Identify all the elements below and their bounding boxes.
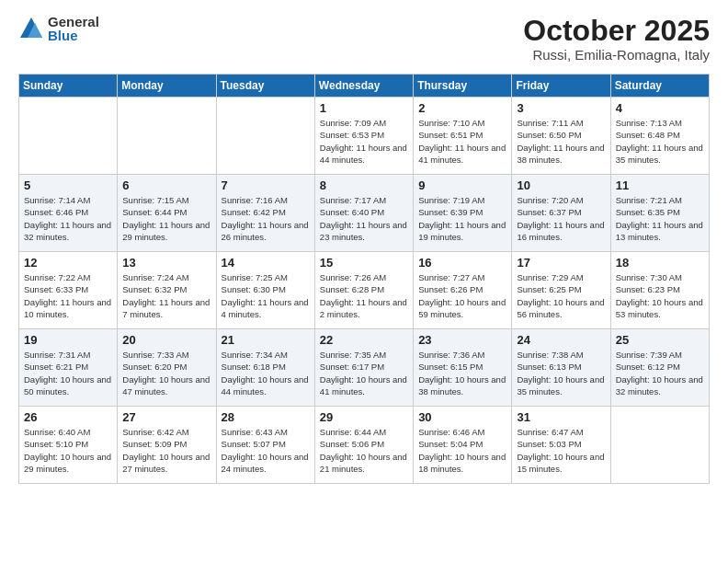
calendar-cell: 16Sunrise: 7:27 AM Sunset: 6:26 PM Dayli… [414, 252, 512, 329]
logo: General Blue [18, 15, 99, 42]
calendar-cell: 10Sunrise: 7:20 AM Sunset: 6:37 PM Dayli… [512, 175, 610, 252]
calendar-cell: 5Sunrise: 7:14 AM Sunset: 6:46 PM Daylig… [19, 175, 118, 252]
day-info: Sunrise: 7:19 AM Sunset: 6:39 PM Dayligh… [418, 194, 506, 243]
day-info: Sunrise: 6:43 AM Sunset: 5:07 PM Dayligh… [222, 426, 310, 475]
day-info: Sunrise: 7:09 AM Sunset: 6:53 PM Dayligh… [320, 117, 408, 166]
day-info: Sunrise: 7:34 AM Sunset: 6:18 PM Dayligh… [222, 349, 310, 397]
calendar-table: SundayMondayTuesdayWednesdayThursdayFrid… [18, 74, 710, 484]
calendar-cell: 12Sunrise: 7:22 AM Sunset: 6:33 PM Dayli… [19, 252, 118, 329]
calendar-cell: 14Sunrise: 7:25 AM Sunset: 6:30 PM Dayli… [216, 252, 314, 329]
calendar-cell: 15Sunrise: 7:26 AM Sunset: 6:28 PM Dayli… [314, 252, 413, 329]
day-info: Sunrise: 7:17 AM Sunset: 6:40 PM Dayligh… [320, 194, 408, 243]
day-number: 4 [616, 101, 704, 115]
logo-general: General [48, 15, 99, 29]
day-info: Sunrise: 7:26 AM Sunset: 6:28 PM Dayligh… [320, 271, 408, 320]
day-info: Sunrise: 6:46 AM Sunset: 5:04 PM Dayligh… [418, 426, 506, 475]
day-info: Sunrise: 7:38 AM Sunset: 6:13 PM Dayligh… [517, 349, 605, 397]
day-info: Sunrise: 6:47 AM Sunset: 5:03 PM Dayligh… [517, 426, 605, 475]
calendar-week-5: 26Sunrise: 6:40 AM Sunset: 5:10 PM Dayli… [19, 407, 710, 484]
day-number: 13 [122, 256, 210, 270]
calendar-cell: 26Sunrise: 6:40 AM Sunset: 5:10 PM Dayli… [19, 407, 118, 484]
logo-text: General Blue [48, 15, 99, 42]
day-info: Sunrise: 7:35 AM Sunset: 6:17 PM Dayligh… [320, 349, 408, 397]
day-number: 22 [320, 333, 408, 347]
calendar-cell: 8Sunrise: 7:17 AM Sunset: 6:40 PM Daylig… [314, 175, 413, 252]
calendar-cell: 31Sunrise: 6:47 AM Sunset: 5:03 PM Dayli… [512, 407, 610, 484]
weekday-header-friday: Friday [512, 75, 610, 98]
location: Russi, Emilia-Romagna, Italy [523, 47, 710, 63]
weekday-header-wednesday: Wednesday [314, 75, 413, 98]
calendar-header: SundayMondayTuesdayWednesdayThursdayFrid… [19, 75, 710, 98]
calendar-cell [118, 98, 216, 175]
day-info: Sunrise: 7:39 AM Sunset: 6:12 PM Dayligh… [616, 349, 704, 397]
calendar-cell: 6Sunrise: 7:15 AM Sunset: 6:44 PM Daylig… [118, 175, 216, 252]
calendar-cell: 7Sunrise: 7:16 AM Sunset: 6:42 PM Daylig… [216, 175, 314, 252]
day-number: 2 [418, 101, 506, 115]
day-info: Sunrise: 7:30 AM Sunset: 6:23 PM Dayligh… [616, 271, 704, 320]
day-info: Sunrise: 7:24 AM Sunset: 6:32 PM Dayligh… [122, 271, 210, 320]
weekday-header-thursday: Thursday [414, 75, 512, 98]
day-number: 28 [222, 410, 310, 424]
day-number: 12 [24, 256, 112, 270]
day-number: 15 [320, 256, 408, 270]
day-info: Sunrise: 7:25 AM Sunset: 6:30 PM Dayligh… [222, 271, 310, 320]
day-number: 25 [616, 333, 704, 347]
weekday-header-tuesday: Tuesday [216, 75, 314, 98]
day-number: 24 [517, 333, 605, 347]
calendar-cell: 30Sunrise: 6:46 AM Sunset: 5:04 PM Dayli… [414, 407, 512, 484]
calendar-cell: 4Sunrise: 7:13 AM Sunset: 6:48 PM Daylig… [610, 98, 709, 175]
day-info: Sunrise: 7:15 AM Sunset: 6:44 PM Dayligh… [122, 194, 210, 243]
logo-blue: Blue [48, 29, 99, 42]
day-number: 8 [320, 178, 408, 192]
day-number: 20 [122, 333, 210, 347]
weekday-header-monday: Monday [118, 75, 216, 98]
title-section: October 2025 Russi, Emilia-Romagna, Ital… [523, 15, 710, 63]
day-number: 21 [222, 333, 310, 347]
day-number: 9 [418, 178, 506, 192]
day-info: Sunrise: 7:14 AM Sunset: 6:46 PM Dayligh… [24, 194, 112, 243]
day-info: Sunrise: 7:27 AM Sunset: 6:26 PM Dayligh… [418, 271, 506, 320]
calendar-cell: 25Sunrise: 7:39 AM Sunset: 6:12 PM Dayli… [610, 329, 709, 407]
day-number: 10 [517, 178, 605, 192]
day-info: Sunrise: 7:16 AM Sunset: 6:42 PM Dayligh… [222, 194, 310, 243]
logo-icon [18, 16, 44, 41]
day-number: 11 [616, 178, 704, 192]
day-number: 18 [616, 256, 704, 270]
day-number: 29 [320, 410, 408, 424]
day-info: Sunrise: 6:42 AM Sunset: 5:09 PM Dayligh… [122, 426, 210, 475]
day-info: Sunrise: 7:20 AM Sunset: 6:37 PM Dayligh… [517, 194, 605, 243]
day-number: 17 [517, 256, 605, 270]
calendar-cell: 29Sunrise: 6:44 AM Sunset: 5:06 PM Dayli… [314, 407, 413, 484]
calendar-body: 1Sunrise: 7:09 AM Sunset: 6:53 PM Daylig… [19, 98, 710, 484]
day-number: 6 [122, 178, 210, 192]
day-info: Sunrise: 6:44 AM Sunset: 5:06 PM Dayligh… [320, 426, 408, 475]
day-info: Sunrise: 7:31 AM Sunset: 6:21 PM Dayligh… [24, 349, 112, 397]
calendar-cell: 23Sunrise: 7:36 AM Sunset: 6:15 PM Dayli… [414, 329, 512, 407]
day-info: Sunrise: 7:29 AM Sunset: 6:25 PM Dayligh… [517, 271, 605, 320]
calendar-cell: 1Sunrise: 7:09 AM Sunset: 6:53 PM Daylig… [314, 98, 413, 175]
day-info: Sunrise: 6:40 AM Sunset: 5:10 PM Dayligh… [24, 426, 112, 475]
day-info: Sunrise: 7:36 AM Sunset: 6:15 PM Dayligh… [418, 349, 506, 397]
day-info: Sunrise: 7:21 AM Sunset: 6:35 PM Dayligh… [616, 194, 704, 243]
day-info: Sunrise: 7:11 AM Sunset: 6:50 PM Dayligh… [517, 117, 605, 166]
calendar-cell: 3Sunrise: 7:11 AM Sunset: 6:50 PM Daylig… [512, 98, 610, 175]
day-info: Sunrise: 7:13 AM Sunset: 6:48 PM Dayligh… [616, 117, 704, 166]
calendar-cell: 28Sunrise: 6:43 AM Sunset: 5:07 PM Dayli… [216, 407, 314, 484]
calendar-cell: 13Sunrise: 7:24 AM Sunset: 6:32 PM Dayli… [118, 252, 216, 329]
day-number: 3 [517, 101, 605, 115]
calendar-cell: 9Sunrise: 7:19 AM Sunset: 6:39 PM Daylig… [414, 175, 512, 252]
calendar-week-2: 5Sunrise: 7:14 AM Sunset: 6:46 PM Daylig… [19, 175, 710, 252]
weekday-header-row: SundayMondayTuesdayWednesdayThursdayFrid… [19, 75, 710, 98]
calendar-cell [19, 98, 118, 175]
calendar-cell: 17Sunrise: 7:29 AM Sunset: 6:25 PM Dayli… [512, 252, 610, 329]
calendar-cell: 22Sunrise: 7:35 AM Sunset: 6:17 PM Dayli… [314, 329, 413, 407]
page: General Blue October 2025 Russi, Emilia-… [0, 0, 728, 563]
header: General Blue October 2025 Russi, Emilia-… [18, 15, 710, 63]
day-number: 14 [222, 256, 310, 270]
day-number: 19 [24, 333, 112, 347]
calendar-cell: 11Sunrise: 7:21 AM Sunset: 6:35 PM Dayli… [610, 175, 709, 252]
calendar-week-4: 19Sunrise: 7:31 AM Sunset: 6:21 PM Dayli… [19, 329, 710, 407]
day-number: 30 [418, 410, 506, 424]
day-number: 23 [418, 333, 506, 347]
day-number: 31 [517, 410, 605, 424]
